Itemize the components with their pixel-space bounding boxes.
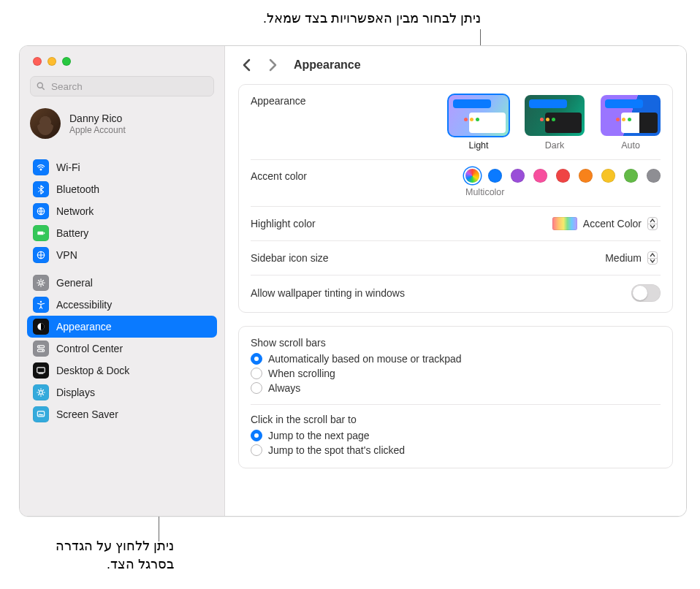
svg-point-12 — [39, 346, 40, 348]
svg-rect-14 — [37, 368, 45, 373]
back-button[interactable] — [237, 56, 256, 75]
accent-label: Accent color — [251, 170, 465, 182]
sidebar-item-dock[interactable]: Desktop & Dock — [27, 360, 217, 381]
settings-window: Danny Rico Apple Account Wi-FiBluetoothN… — [19, 45, 687, 517]
radio-label: Jump to the next page — [268, 430, 370, 441]
sidebar-item-general[interactable]: General — [27, 272, 217, 294]
account-row[interactable]: Danny Rico Apple Account — [20, 104, 224, 149]
window-controls — [20, 46, 224, 72]
search-input[interactable] — [30, 76, 214, 96]
scrollbars-option-0[interactable]: Automatically based on mouse or trackpad — [251, 352, 661, 366]
sidebar-item-appearance[interactable]: Appearance — [27, 316, 217, 338]
scrollbars-option-1[interactable]: When scrolling — [251, 366, 661, 381]
close-icon[interactable] — [33, 57, 42, 66]
switch-knob — [633, 286, 647, 300]
svg-point-13 — [42, 350, 44, 352]
sidebar-item-label: Appearance — [56, 321, 112, 332]
account-name: Danny Rico — [69, 113, 126, 124]
accent-swatch-green[interactable] — [624, 169, 638, 183]
callout-top-text: ניתן לבחור מבין האפשרויות בצד שמאל. — [263, 10, 481, 26]
search-field-wrapper — [30, 76, 214, 96]
accent-swatch-orange[interactable] — [579, 169, 593, 183]
avatar — [30, 108, 61, 139]
callout-bottom-text: ניתן ללחוץ על הגדרה בסרגל הצד. — [56, 537, 174, 573]
appearance-option-dark[interactable]: Dark — [525, 95, 585, 151]
stepper-icon — [647, 217, 658, 230]
sidebar-item-label: General — [56, 277, 93, 289]
appearance-thumb-dark — [525, 95, 585, 136]
svg-point-8 — [40, 301, 42, 303]
sidebar-item-label: Displays — [56, 387, 95, 398]
appearance-thumb-auto — [601, 95, 661, 136]
account-subtitle: Apple Account — [69, 125, 126, 135]
accent-swatch-purple[interactable] — [511, 169, 525, 183]
accent-swatch-pink[interactable] — [533, 169, 547, 183]
sidebar-item-displays[interactable]: Displays — [27, 381, 217, 403]
svg-rect-5 — [44, 232, 45, 234]
chevron-right-icon — [269, 58, 277, 72]
scrollclick-heading: Click in the scroll bar to — [251, 414, 661, 425]
scrollclick-option-0[interactable]: Jump to the next page — [251, 428, 661, 443]
panel-appearance: Appearance Light Dark — [238, 84, 673, 313]
general-icon — [33, 275, 49, 291]
vpn-icon — [33, 247, 49, 263]
highlight-popup[interactable]: Accent Color — [547, 216, 661, 232]
callout-bottom-line2: בסרגל הצד. — [56, 555, 174, 573]
appearance-thumb-label: Auto — [621, 140, 640, 151]
chevron-left-icon — [243, 58, 251, 72]
accent-swatch-yellow[interactable] — [601, 169, 615, 183]
radio-icon — [251, 353, 262, 365]
tinting-switch[interactable] — [631, 284, 661, 302]
svg-point-7 — [39, 281, 42, 284]
svg-point-2 — [40, 169, 42, 170]
sidebar-item-battery[interactable]: Battery — [27, 222, 217, 244]
svg-point-0 — [37, 83, 42, 88]
sidebar-item-vpn[interactable]: VPN — [27, 244, 217, 266]
network-icon — [33, 203, 49, 219]
bluetooth-icon — [33, 181, 49, 197]
svg-rect-15 — [39, 373, 44, 374]
radio-icon — [251, 382, 262, 394]
sidebar-item-accessibility[interactable]: Accessibility — [27, 294, 217, 316]
sidebar-item-wifi[interactable]: Wi-Fi — [27, 156, 217, 178]
sidebar-item-network[interactable]: Network — [27, 200, 217, 222]
accent-swatch-red[interactable] — [556, 169, 570, 183]
svg-rect-4 — [37, 232, 43, 235]
accent-swatch-blue[interactable] — [488, 169, 502, 183]
sidebar-item-label: Network — [56, 205, 94, 217]
sidebar-item-bluetooth[interactable]: Bluetooth — [27, 178, 217, 200]
appearance-option-auto[interactable]: Auto — [601, 95, 661, 151]
iconsize-popup[interactable]: Medium — [599, 250, 661, 266]
scrollclick-option-1[interactable]: Jump to the spot that's clicked — [251, 443, 661, 457]
toolbar: Appearance — [225, 46, 686, 84]
highlight-value: Accent Color — [583, 218, 642, 229]
minimize-icon[interactable] — [47, 57, 56, 66]
search-icon — [36, 81, 46, 91]
sidebar-item-label: Bluetooth — [56, 183, 99, 195]
scrollbars-option-2[interactable]: Always — [251, 381, 661, 395]
appearance-label: Appearance — [251, 95, 449, 107]
account-text: Danny Rico Apple Account — [69, 113, 126, 135]
iconsize-value: Medium — [605, 252, 642, 264]
sidebar-item-label: Accessibility — [56, 299, 112, 311]
sidebar-item-controlcenter[interactable]: Control Center — [27, 338, 217, 360]
appearance-option-light[interactable]: Light — [449, 95, 509, 151]
accessibility-icon — [33, 297, 49, 313]
sidebar-item-screensaver[interactable]: Screen Saver — [27, 403, 217, 425]
radio-label: Always — [268, 382, 300, 394]
accent-sublabel: Multicolor — [465, 187, 505, 197]
svg-point-16 — [39, 391, 43, 395]
forward-button[interactable] — [263, 56, 282, 75]
accent-swatch-multicolor[interactable] — [465, 169, 479, 183]
maximize-icon[interactable] — [62, 57, 71, 66]
stepper-icon — [647, 251, 658, 265]
sidebar-nav: Wi-FiBluetoothNetworkBatteryVPN GeneralA… — [20, 149, 224, 433]
accent-swatch-graphite[interactable] — [647, 169, 661, 183]
callout-bottom-line1: ניתן ללחוץ על הגדרה — [56, 537, 174, 555]
sidebar-item-label: Screen Saver — [56, 408, 118, 420]
appearance-thumb-label: Light — [468, 140, 488, 151]
radio-label: Jump to the spot that's clicked — [268, 444, 405, 456]
sidebar: Danny Rico Apple Account Wi-FiBluetoothN… — [20, 46, 225, 516]
svg-rect-11 — [37, 349, 44, 352]
dock-icon — [33, 362, 49, 379]
